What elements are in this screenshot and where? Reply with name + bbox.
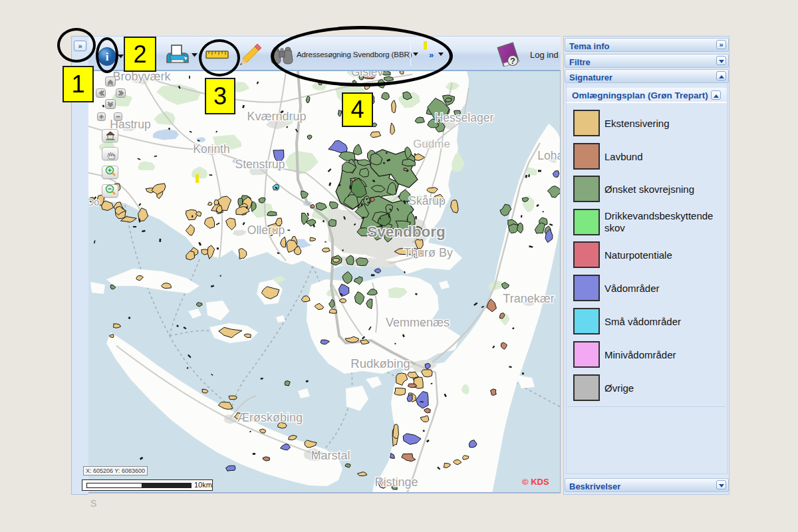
svg-text:Stenstrup: Stenstrup: [235, 158, 285, 171]
svg-text:Vemmenæs: Vemmenæs: [386, 316, 450, 329]
svg-text:?: ?: [510, 56, 515, 66]
svg-text:Do: Do: [88, 196, 100, 207]
svg-text:Rudkøbing: Rudkøbing: [350, 356, 410, 370]
svg-text:Ollerup: Ollerup: [247, 223, 285, 237]
svg-text:Marstal: Marstal: [311, 449, 350, 462]
svg-text:Thurø By: Thurø By: [404, 246, 453, 259]
svg-text:Kværndrup: Kværndrup: [247, 110, 306, 123]
svg-text:Lohals: Lohals: [537, 149, 561, 162]
svg-text:Ristinge: Ristinge: [374, 475, 418, 489]
svg-text:Tranekær: Tranekær: [503, 292, 554, 305]
svg-text:Hesselager: Hesselager: [435, 111, 494, 124]
svg-text:Skårup: Skårup: [408, 194, 445, 207]
svg-text:Svendborg: Svendborg: [367, 223, 446, 240]
svg-text:Korinth: Korinth: [193, 142, 229, 156]
svg-text:Gudme: Gudme: [413, 138, 450, 150]
svg-text:Ærøskøbing: Ærøskøbing: [237, 411, 303, 424]
